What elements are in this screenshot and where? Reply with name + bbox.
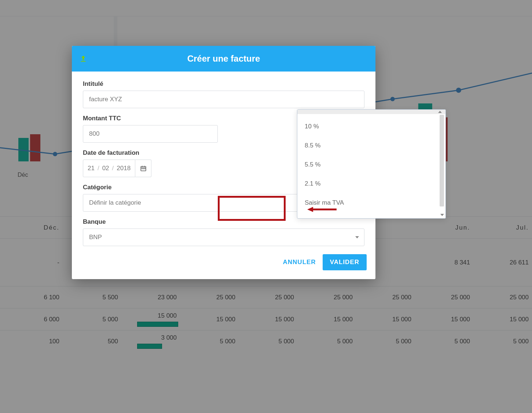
date-day: 21: [88, 165, 95, 172]
invoice-date-input[interactable]: 21 / 02 / 2018: [83, 160, 135, 177]
svg-rect-16: [144, 168, 145, 169]
calendar-button[interactable]: [135, 160, 151, 177]
vat-option-custom[interactable]: Saisir ma TVA: [297, 193, 445, 212]
modal-header: Créer une facture: [72, 46, 375, 72]
invoice-date-group: 21 / 02 / 2018: [83, 160, 158, 177]
modal-footer: ANNULER VALIDER: [72, 250, 375, 279]
invoice-title-input[interactable]: [83, 91, 364, 108]
dropdown-scrollbar[interactable]: [440, 115, 444, 206]
svg-rect-15: [143, 168, 144, 169]
date-separator: /: [98, 165, 99, 172]
svg-rect-14: [142, 168, 142, 169]
bank-value: BNP: [89, 234, 102, 241]
vat-option[interactable]: 5.5 %: [297, 155, 445, 174]
date-year: 2018: [117, 165, 131, 172]
calendar-icon: [140, 165, 147, 172]
vat-option[interactable]: 10 %: [297, 117, 445, 136]
dropdown-scroll-up[interactable]: [297, 110, 445, 114]
dropdown-list[interactable]: 10 % 8.5 % 5.5 % 2.1 % Saisir ma TVA: [297, 114, 445, 213]
dropdown-scroll-down[interactable]: [440, 214, 444, 218]
date-month: 02: [102, 165, 109, 172]
invoice-bank-select[interactable]: BNP: [83, 229, 364, 246]
chevron-down-icon: [355, 236, 359, 238]
vat-option[interactable]: 8.5 %: [297, 136, 445, 155]
label-title: Intitulé: [83, 80, 364, 88]
cancel-button[interactable]: ANNULER: [283, 259, 316, 266]
invoice-amount-input[interactable]: [83, 125, 218, 143]
label-bank: Banque: [83, 218, 364, 226]
vat-option[interactable]: 2.1 %: [297, 174, 445, 193]
vat-dropdown: 10 % 8.5 % 5.5 % 2.1 % Saisir ma TVA: [297, 109, 446, 219]
upload-icon[interactable]: [79, 55, 87, 63]
modal-title: Créer une facture: [72, 54, 375, 64]
validate-button[interactable]: VALIDER: [323, 254, 367, 270]
date-separator: /: [112, 165, 114, 172]
category-value: Définir la catégorie: [89, 199, 141, 206]
svg-rect-9: [81, 61, 86, 62]
